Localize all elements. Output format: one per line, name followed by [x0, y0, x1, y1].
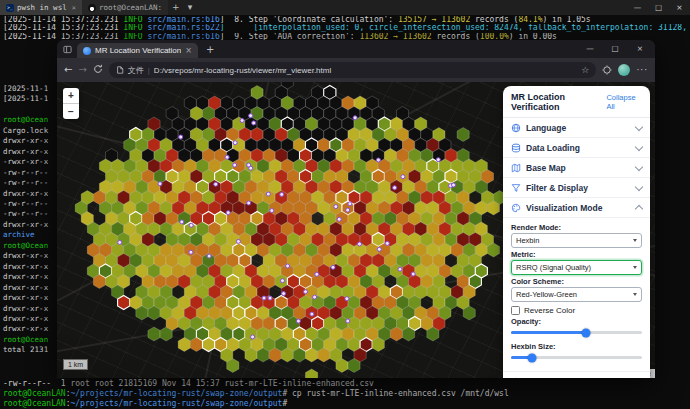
- sample-marker[interactable]: [353, 116, 357, 120]
- zoom-in-button[interactable]: +: [63, 88, 79, 103]
- sample-marker[interactable]: [280, 192, 284, 196]
- sample-marker[interactable]: [249, 114, 253, 118]
- sample-marker[interactable]: [376, 158, 380, 162]
- render-mode-label: Render Mode:: [511, 223, 642, 232]
- sample-marker[interactable]: [411, 272, 415, 276]
- hexbin-size-slider[interactable]: [511, 356, 642, 359]
- sample-marker[interactable]: [286, 264, 290, 268]
- sample-marker[interactable]: [315, 272, 319, 276]
- sample-marker[interactable]: [268, 296, 272, 300]
- browser-new-tab-button[interactable]: +: [201, 44, 219, 55]
- sample-marker[interactable]: [251, 335, 255, 339]
- sample-marker[interactable]: [436, 158, 440, 162]
- section-geohash-verification[interactable]: Geohash Verification: [503, 372, 650, 378]
- section-data-loading[interactable]: Data Loading: [503, 138, 650, 158]
- sample-marker[interactable]: [262, 296, 266, 300]
- sample-marker[interactable]: [233, 163, 237, 167]
- collapse-all-link[interactable]: Collapse All: [606, 93, 642, 111]
- sample-marker[interactable]: [247, 163, 251, 167]
- browser-minimize-button[interactable]: —: [579, 40, 601, 58]
- sample-marker[interactable]: [393, 186, 397, 190]
- address-bar[interactable]: 文件 | D:/vsrepos/mr-locating-rust/viewer/…: [109, 62, 597, 78]
- sample-marker[interactable]: [358, 242, 362, 246]
- terminal-tab-pwsh[interactable]: >_ pwsh in wsl ×: [0, 0, 82, 15]
- profile-avatar[interactable]: [618, 64, 630, 76]
- sample-marker[interactable]: [236, 239, 240, 243]
- sample-marker[interactable]: [310, 312, 314, 316]
- new-tab-button[interactable]: +: [168, 0, 184, 15]
- color-scheme-select[interactable]: Red-Yellow-Green: [511, 287, 642, 302]
- sample-marker[interactable]: [452, 183, 456, 187]
- hexbin-cell[interactable]: [118, 296, 130, 310]
- favorite-icon[interactable]: ☆: [581, 65, 589, 75]
- sample-marker[interactable]: [233, 141, 237, 145]
- sample-marker[interactable]: [270, 209, 274, 213]
- refresh-button[interactable]: [93, 64, 103, 76]
- sample-marker[interactable]: [282, 292, 286, 296]
- sample-marker[interactable]: [118, 240, 122, 244]
- terminal-close-button[interactable]: ×: [669, 0, 690, 15]
- section-base-map[interactable]: Base Map: [503, 158, 650, 178]
- sample-marker[interactable]: [226, 211, 230, 215]
- sample-marker[interactable]: [337, 217, 341, 221]
- sample-marker[interactable]: [348, 202, 352, 206]
- terminal-minimize-button[interactable]: —: [627, 0, 648, 15]
- zoom-out-button[interactable]: −: [63, 103, 79, 119]
- sample-marker[interactable]: [304, 290, 308, 294]
- metric-select[interactable]: RSRQ (Signal Quality): [511, 260, 642, 275]
- tab-close-icon[interactable]: ×: [72, 4, 76, 12]
- section-language[interactable]: Language: [503, 118, 650, 138]
- sample-marker[interactable]: [179, 135, 183, 139]
- map-container[interactable]: + − 1 km Leaflet | Esri, DigitalGlobe MR…: [57, 82, 655, 378]
- terminal-line: [3, 105, 57, 115]
- address-url[interactable]: D:/vsrepos/mr-locating-rust/viewer/mr_vi…: [154, 66, 577, 75]
- sample-marker[interactable]: [189, 250, 193, 254]
- sample-marker[interactable]: [398, 267, 402, 271]
- sample-marker[interactable]: [207, 254, 211, 258]
- sample-marker[interactable]: [346, 208, 350, 212]
- sample-marker[interactable]: [247, 201, 251, 205]
- page-info-icon[interactable]: [116, 66, 124, 74]
- section-visualization-mode[interactable]: Visualization Mode: [503, 198, 650, 218]
- sample-marker[interactable]: [281, 279, 285, 283]
- sample-marker[interactable]: [401, 175, 405, 179]
- sample-marker[interactable]: [385, 241, 389, 245]
- browser-close-button[interactable]: ×: [629, 40, 651, 58]
- hexbin-cell[interactable]: [203, 338, 215, 352]
- browser-tab[interactable]: MR Location Verification ×: [77, 43, 198, 58]
- hexbin-cell[interactable]: [306, 369, 318, 378]
- sample-marker[interactable]: [266, 192, 270, 196]
- tab-dropdown-button[interactable]: ▾: [184, 0, 197, 15]
- terminal-line: -rwxr-xr-x: [3, 157, 57, 167]
- render-mode-select[interactable]: Hexbin: [511, 233, 642, 248]
- section-filter-display[interactable]: Filter & Display: [503, 178, 650, 198]
- sample-marker[interactable]: [331, 265, 335, 269]
- sample-marker[interactable]: [225, 155, 229, 159]
- sample-marker[interactable]: [180, 220, 184, 224]
- sample-marker[interactable]: [334, 205, 338, 209]
- sample-marker[interactable]: [346, 319, 350, 323]
- reverse-color-checkbox[interactable]: [511, 306, 520, 315]
- sample-marker[interactable]: [189, 223, 193, 227]
- back-button[interactable]: ←: [64, 65, 72, 75]
- terminal-maximize-button[interactable]: □: [648, 0, 669, 15]
- sample-marker[interactable]: [296, 319, 300, 323]
- opacity-slider[interactable]: [511, 331, 642, 334]
- browser-menu-icon[interactable]: ···: [636, 65, 648, 75]
- titlebar-drag-area[interactable]: [196, 0, 627, 15]
- forward-button[interactable]: →: [78, 65, 86, 75]
- terminal-tab-wsl[interactable]: root@OceanLAN:: [82, 0, 168, 15]
- sample-marker[interactable]: [313, 295, 317, 299]
- browser-maximize-button[interactable]: □: [604, 40, 626, 58]
- sample-marker[interactable]: [158, 182, 162, 186]
- sample-marker[interactable]: [214, 182, 218, 186]
- hexbin-cell[interactable]: [148, 327, 160, 341]
- sample-marker[interactable]: [345, 297, 349, 301]
- sample-marker[interactable]: [377, 247, 381, 251]
- extensions-icon[interactable]: [602, 65, 612, 75]
- tab-close-icon[interactable]: ×: [185, 46, 192, 55]
- sample-marker[interactable]: [252, 121, 256, 125]
- hexbin-cell[interactable]: [457, 128, 469, 142]
- vertical-tabs-icon[interactable]: [61, 45, 74, 54]
- sample-marker[interactable]: [240, 119, 244, 123]
